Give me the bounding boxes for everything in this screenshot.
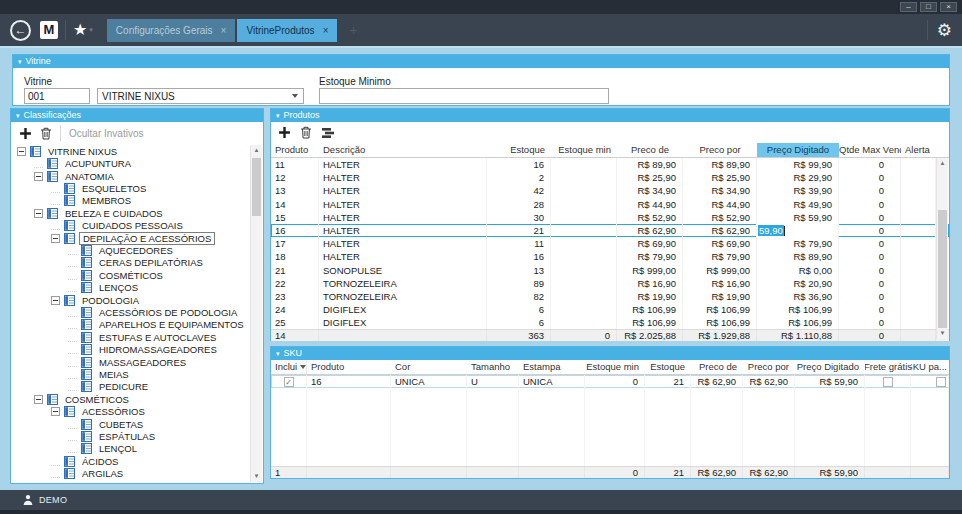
tree-expander-icon[interactable]	[34, 395, 43, 404]
sku-column-header[interactable]: Frete grátis	[865, 360, 911, 374]
add-product-button[interactable]	[278, 126, 291, 139]
produtos-scrollbar[interactable]: ▲ ▼	[936, 158, 948, 339]
tree-item-label[interactable]: DEPILAÇÃO E ACESSÓRIOS	[79, 232, 215, 245]
tree-item[interactable]: ESTUFAS E AUTOCLAVES	[12, 331, 250, 343]
tree-item[interactable]: LENÇOS	[12, 281, 250, 293]
add-classification-button[interactable]	[19, 127, 32, 140]
tree-item-label[interactable]: ESTUFAS E AUTOCLAVES	[96, 332, 219, 343]
favorites-caret-icon[interactable]: ▾	[89, 26, 93, 34]
tree-expander-icon[interactable]	[34, 209, 43, 218]
vitrine-name-combobox[interactable]: VITRINE NIXUS	[97, 88, 304, 104]
collapse-icon[interactable]: ▾	[276, 109, 280, 122]
produtos-column-header[interactable]: Estoque min	[551, 143, 617, 157]
sku-column-header[interactable]: Estoque min	[585, 360, 645, 374]
tree-item-label[interactable]: ÁCIDOS	[79, 456, 121, 467]
table-row[interactable]: 16HALTER21R$ 62,90R$ 62,9059,900	[271, 224, 949, 237]
close-tab-icon[interactable]: ×	[221, 25, 227, 36]
sku-column-header[interactable]: SKU pa...	[911, 360, 949, 374]
produtos-column-header[interactable]: Preco de	[617, 143, 683, 157]
tab-vitrine-produtos[interactable]: VitrineProdutos ×	[237, 19, 337, 42]
tree-item[interactable]: MASSAGEADORES	[12, 356, 250, 368]
tree-item[interactable]: MEIAS	[12, 368, 250, 380]
collapse-icon[interactable]: ▾	[18, 55, 22, 68]
tree-item[interactable]: HIDROMASSAGEADORES	[12, 344, 250, 356]
table-row[interactable]: 24DIGIFLEX6R$ 106,99R$ 106,99R$ 106,990	[271, 303, 949, 316]
tree-item[interactable]: CERAS DEPILATÓRIAS	[12, 257, 250, 269]
sku-column-header[interactable]: Inclui	[271, 360, 307, 374]
tree-item-label[interactable]: ACESSÓRIOS DE PODOLOGIA	[96, 307, 240, 318]
tree-item[interactable]: BELEZA E CUIDADOS	[12, 207, 250, 219]
tree-item[interactable]: CUBETAS	[12, 418, 250, 430]
tree-item-label[interactable]: COSMÉTICOS	[62, 394, 132, 405]
filter-dropdown-icon[interactable]	[300, 365, 306, 369]
favorites-star-icon[interactable]: ★	[73, 22, 87, 38]
tree-item[interactable]: PEDICURE	[12, 381, 250, 393]
tree-item-label[interactable]: MASSAGEADORES	[96, 357, 189, 368]
tree-item[interactable]: DEPILAÇÃO E ACESSÓRIOS	[12, 232, 250, 244]
tree-item[interactable]: ACUPUNTURA	[12, 157, 250, 169]
produtos-column-header[interactable]: Estoque	[487, 143, 551, 157]
tree-item[interactable]: LENÇOL	[12, 443, 250, 455]
table-row[interactable]: 25DIGIFLEX6R$ 106,99R$ 106,99R$ 106,990	[271, 316, 949, 329]
tree-item-label[interactable]: ANATOMIA	[62, 171, 117, 182]
tree-item[interactable]: AQUECEDORES	[12, 244, 250, 256]
tree-item[interactable]: ARGILAS	[12, 468, 250, 480]
tab-configuracoes-gerais[interactable]: Configurações Gerais ×	[107, 19, 236, 42]
tree-item[interactable]: VITRINE NIXUS	[12, 145, 250, 157]
table-row[interactable]: 13HALTER42R$ 34,90R$ 34,90R$ 39,900	[271, 184, 949, 197]
scroll-down-icon[interactable]: ▼	[251, 471, 262, 482]
produtos-column-header[interactable]: Preco por	[683, 143, 757, 157]
sku-column-header[interactable]: Preço Digitado	[795, 360, 865, 374]
produtos-column-header[interactable]: Alerta	[901, 143, 936, 157]
produtos-column-header[interactable]: Preço Digitado	[757, 143, 839, 157]
tree-item-label[interactable]: CUIDADOS PESSOAIS	[79, 220, 186, 231]
app-logo[interactable]: M	[40, 21, 58, 39]
tree-item-label[interactable]: AQUECEDORES	[96, 245, 176, 256]
table-row[interactable]: 11HALTER16R$ 89,90R$ 89,90R$ 99,900	[271, 158, 949, 171]
minimize-button[interactable]: –	[900, 2, 917, 12]
table-row[interactable]: 22TORNOZELEIRA89R$ 16,90R$ 16,90R$ 20,90…	[271, 277, 949, 290]
tree-expander-icon[interactable]	[51, 296, 60, 305]
tree-item[interactable]: ESPÁTULAS	[12, 430, 250, 442]
tree-item-label[interactable]: HIDROMASSAGEADORES	[96, 344, 220, 355]
delete-classification-button[interactable]	[40, 127, 52, 140]
tree-item-label[interactable]: LENÇOL	[96, 443, 140, 454]
tree-item[interactable]: ANATOMIA	[12, 170, 250, 182]
tree-item[interactable]: MEMBROS	[12, 195, 250, 207]
sku-padrao-checkbox[interactable]	[936, 377, 946, 387]
table-row[interactable]: 14HALTER28R$ 44,90R$ 44,90R$ 49,900	[271, 198, 949, 211]
gear-icon[interactable]: ⚙	[937, 22, 952, 39]
collapse-icon[interactable]: ▾	[276, 347, 280, 360]
scroll-thumb[interactable]	[938, 210, 947, 328]
sku-column-header[interactable]: Preco de	[691, 360, 743, 374]
tree-item-label[interactable]: BELEZA E CUIDADOS	[62, 208, 166, 219]
tree-item-label[interactable]: COSMÉTICOS	[96, 270, 166, 281]
duplicate-products-button[interactable]	[321, 127, 335, 139]
tree-item[interactable]: APARELHOS E EQUIPAMENTOS	[12, 319, 250, 331]
table-row[interactable]: 17HALTER11R$ 69,90R$ 69,90R$ 79,900	[271, 237, 949, 250]
tree-item-label[interactable]: ARGILAS	[79, 468, 126, 479]
tree-item[interactable]: CUIDADOS PESSOAIS	[12, 219, 250, 231]
table-row[interactable]: 21SONOPULSE13R$ 999,00R$ 999,00R$ 0,000	[271, 264, 949, 277]
produtos-column-header[interactable]: Descrição	[319, 143, 487, 157]
collapse-icon[interactable]: ▾	[16, 109, 20, 122]
frete-gratis-checkbox[interactable]	[883, 377, 893, 387]
estoque-minimo-input[interactable]	[319, 88, 609, 104]
produtos-column-header[interactable]: Qtde Max Venda	[839, 143, 901, 157]
scroll-up-icon[interactable]: ▲	[251, 145, 262, 156]
close-tab-icon[interactable]: ×	[323, 25, 329, 36]
tree-item[interactable]: ACESSÓRIOS	[12, 406, 250, 418]
tree-expander-icon[interactable]	[34, 172, 43, 181]
tree-item-label[interactable]: PODOLOGIA	[79, 295, 142, 306]
tree-expander-icon[interactable]	[51, 407, 60, 416]
sku-column-header[interactable]: Estampa	[519, 360, 585, 374]
tree-item[interactable]: ESQUELETOS	[12, 182, 250, 194]
tree-item[interactable]: COSMÉTICOS	[12, 393, 250, 405]
tree-item-label[interactable]: ESPÁTULAS	[96, 431, 158, 442]
tree-item[interactable]: PODOLOGIA	[12, 294, 250, 306]
scroll-thumb[interactable]	[252, 158, 261, 216]
tree-item-label[interactable]: MEMBROS	[79, 195, 134, 206]
inclui-checkbox[interactable]: ✓	[284, 377, 294, 387]
table-row[interactable]: 12HALTER2R$ 25,90R$ 25,90R$ 29,900	[271, 171, 949, 184]
back-icon[interactable]: ←	[10, 20, 31, 41]
